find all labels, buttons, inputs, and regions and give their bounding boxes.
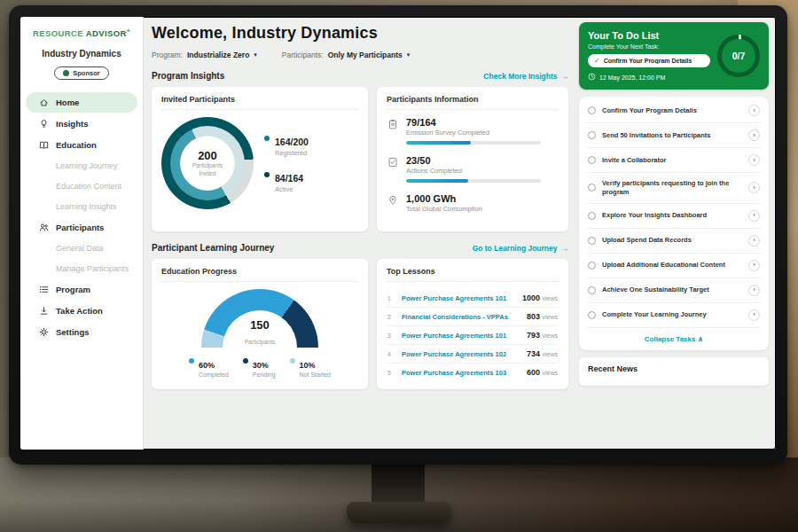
task-checkbox[interactable] [588, 156, 596, 164]
lesson-link[interactable]: Power Purchase Agreements 101 [402, 332, 520, 340]
education-gauge-chart: 150 Participants [201, 289, 318, 348]
chevron-right-icon[interactable]: › [748, 260, 760, 271]
chevron-right-icon[interactable]: › [748, 182, 760, 193]
card-title: Top Lessons [387, 267, 559, 282]
sidebar-item-program[interactable]: Program [26, 279, 137, 300]
participants-filter[interactable]: Participants: Only My Participants ▾ [282, 51, 410, 59]
legend-completed: 60% Completed [189, 356, 229, 378]
check-more-insights-link[interactable]: Check More Insights → [483, 72, 568, 81]
monitor: RESOURCE ADVISOR+ Industry Dynamics Spon… [9, 5, 787, 465]
gauge-legend: 60% Completed 30% Pending [189, 356, 331, 378]
task-checkbox[interactable] [588, 184, 596, 192]
legend-active: 84/164 Active [264, 169, 309, 193]
main-content: Welcome, Industry Dynamics Program: Indu… [144, 17, 575, 450]
filters-bar: Program: Industrialize Zero ▾ Participan… [152, 51, 568, 59]
task-row[interactable]: Send 50 Invitations to Participants › [587, 123, 761, 148]
task-row[interactable]: Upload Spend Data Records › [587, 229, 761, 254]
task-list: Confirm Your Program Details › Send 50 I… [579, 97, 769, 350]
participants-filter-value[interactable]: Only My Participants [328, 51, 403, 59]
task-row[interactable]: Confirm Your Program Details › [587, 98, 761, 123]
task-row[interactable]: Verify participants requesting to join t… [587, 173, 761, 204]
task-row[interactable]: Explore Your Insights Dashboard › [587, 204, 761, 229]
clock-icon [588, 73, 596, 82]
lesson-link[interactable]: Power Purchase Agreements 103 [402, 369, 520, 377]
chevron-right-icon[interactable]: › [748, 105, 760, 116]
education-progress-card: Education Progress 150 Participants [152, 259, 368, 389]
lesson-row: 5 Power Purchase Agreements 103 600 view… [387, 364, 559, 381]
location-pin-icon [387, 193, 399, 213]
legend-pending: 30% Pending [243, 356, 276, 378]
chevron-right-icon[interactable]: › [748, 210, 760, 222]
legend-dot [290, 358, 295, 364]
section-title: Program Insights [152, 71, 224, 81]
stat-global-consumption: 1,000 GWh Total Global Consumption [387, 193, 559, 213]
chevron-down-icon[interactable]: ▾ [407, 51, 411, 59]
task-checkbox[interactable] [588, 237, 596, 245]
chevron-right-icon[interactable]: › [748, 129, 760, 141]
sidebar-item-education[interactable]: Education [26, 135, 137, 155]
lesson-row: 4 Power Purchase Agreements 102 734 view… [387, 345, 559, 364]
stat-actions-completed: 23/50 Actions Completed [387, 155, 559, 183]
card-title: Education Progress [161, 267, 358, 282]
task-row[interactable]: Complete Your Learning Journey › [587, 303, 761, 328]
learning-journey-header: Participant Learning Journey Go to Learn… [152, 243, 568, 253]
sidebar-item-home[interactable]: Home [26, 92, 137, 113]
sidebar-item-learning-insights[interactable]: Learning Insights [26, 197, 137, 216]
task-row[interactable]: Achieve One Sustainability Target › [587, 278, 761, 303]
task-row[interactable]: Invite a Collaborator › [587, 148, 761, 173]
chevron-down-icon[interactable]: ▾ [254, 51, 257, 59]
sponsor-badge[interactable]: Sponsor [54, 66, 108, 80]
program-filter-value[interactable]: Industrialize Zero [187, 51, 249, 59]
checklist-icon [387, 155, 399, 183]
chevron-right-icon[interactable]: › [748, 309, 760, 321]
participants-information-card: Participants Information 79/164 Emission… [377, 87, 568, 231]
sidebar-item-settings[interactable]: Settings [26, 322, 137, 342]
sidebar-item-insights[interactable]: Insights [26, 113, 137, 134]
arrow-right-icon: → [561, 244, 569, 253]
learning-cards: Education Progress 150 Participants [152, 259, 568, 389]
task-checkbox[interactable] [588, 286, 596, 294]
next-task-pill[interactable]: ✓ Confirm Your Program Details [588, 54, 710, 67]
chevron-right-icon[interactable]: › [748, 235, 760, 246]
lesson-link[interactable]: Power Purchase Agreements 101 [402, 294, 516, 302]
download-icon [38, 306, 50, 316]
program-filter[interactable]: Program: Industrialize Zero ▾ [152, 51, 257, 59]
donut-center: 200 Participants Invited [180, 136, 235, 191]
sidebar-item-manage-participants[interactable]: Manage Participants [26, 259, 137, 278]
sidebar-item-learning-journey[interactable]: Learning Journey [26, 156, 137, 176]
legend-dot [264, 172, 270, 177]
page-title: Welcome, Industry Dynamics [152, 24, 568, 43]
sidebar-item-take-action[interactable]: Take Action [26, 301, 137, 321]
recent-news-header: Recent News [579, 357, 769, 386]
task-checkbox[interactable] [588, 131, 596, 139]
sidebar-nav: Home Insights Education Learning Journey… [20, 92, 143, 342]
card-title: Invited Participants [161, 95, 358, 110]
task-checkbox[interactable] [588, 212, 596, 220]
task-checkbox[interactable] [588, 311, 596, 319]
lesson-link[interactable]: Financial Considerations - VPPAs [402, 313, 520, 321]
task-row[interactable]: Upload Additional Educational Content › [587, 254, 761, 278]
lightbulb-icon [38, 119, 50, 129]
chevron-right-icon[interactable]: › [748, 154, 760, 166]
legend-dot [264, 136, 270, 141]
gear-icon [38, 327, 50, 337]
invited-donut-chart: 200 Participants Invited [161, 117, 254, 209]
brand-logo: RESOURCE ADVISOR+ [20, 27, 143, 38]
todo-progress-ring: 0/7 [717, 35, 760, 77]
sidebar: RESOURCE ADVISOR+ Industry Dynamics Spon… [20, 17, 144, 450]
program-filter-label: Program: [152, 51, 183, 59]
sidebar-item-participants[interactable]: Participants [26, 217, 137, 238]
people-icon [38, 223, 50, 232]
top-lessons-card: Top Lessons 1 Power Purchase Agreements … [377, 259, 568, 389]
task-checkbox[interactable] [588, 106, 596, 114]
sidebar-item-general-data[interactable]: General Data [26, 239, 137, 258]
sidebar-item-education-content[interactable]: Education Content [26, 176, 137, 196]
progress-bar [406, 179, 541, 183]
home-icon [38, 98, 50, 107]
collapse-tasks-link[interactable]: Collapse Tasks ∧ [587, 330, 761, 347]
task-checkbox[interactable] [588, 262, 596, 270]
participants-filter-label: Participants: [282, 51, 324, 59]
go-to-learning-journey-link[interactable]: Go to Learning Journey → [473, 244, 568, 253]
chevron-right-icon[interactable]: › [748, 285, 760, 296]
lesson-link[interactable]: Power Purchase Agreements 102 [402, 350, 520, 358]
